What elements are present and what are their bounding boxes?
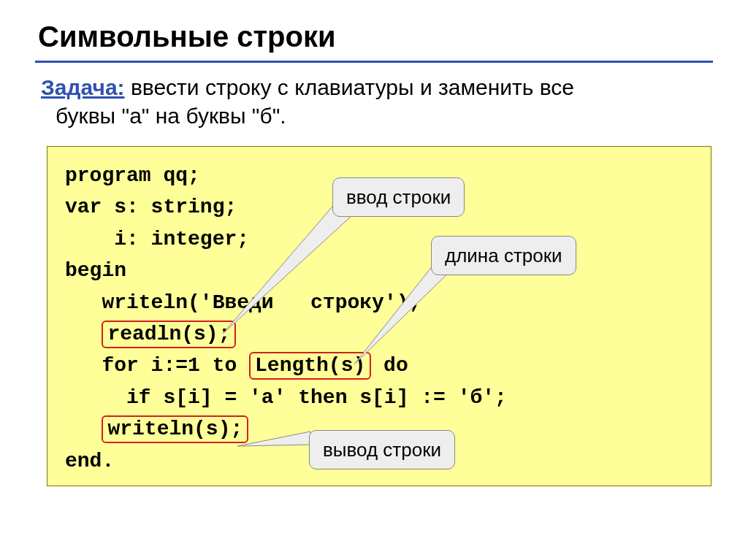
code-line-8: if s[i] = 'а' then s[i] := 'б';	[65, 382, 693, 413]
pointer-input	[223, 202, 362, 334]
task-text-2: буквы "а" на буквы "б".	[56, 104, 286, 128]
callout-length: длина строки	[431, 236, 576, 275]
callout-output: вывод строки	[309, 430, 455, 469]
task-description: Задача: ввести строку с клавиатуры и зам…	[41, 73, 713, 130]
task-label: Задача:	[41, 75, 125, 99]
task-text-1: ввести строку с клавиатуры и заменить вс…	[125, 75, 574, 99]
callout-input: ввод строки	[332, 177, 465, 217]
code-line-3: i: integer;	[65, 223, 693, 255]
page-title: Символьные строки	[38, 20, 713, 53]
length-highlight: Length(s)	[249, 352, 371, 380]
code-block: program qq; var s: string; i: integer; b…	[47, 146, 711, 486]
title-rule	[35, 61, 713, 63]
svg-marker-0	[223, 207, 362, 334]
readln-highlight: readln(s);	[102, 321, 236, 348]
writeln-highlight: writeln(s);	[102, 415, 248, 443]
pointer-length	[354, 262, 457, 364]
svg-marker-3	[237, 431, 310, 446]
svg-marker-2	[354, 265, 457, 364]
